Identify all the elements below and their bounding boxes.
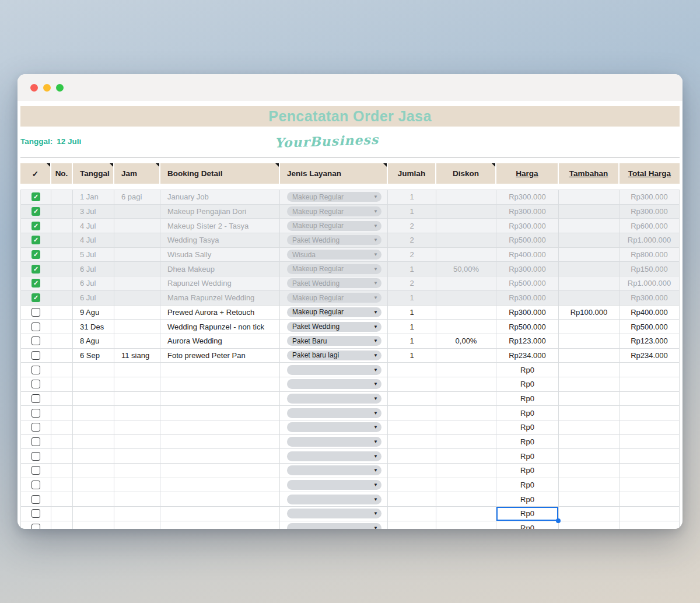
cell-harga[interactable]: Rp0: [496, 521, 559, 529]
cell-booking[interactable]: Makeup Pengajian Dori: [160, 205, 280, 219]
cell-tanggal[interactable]: [73, 377, 114, 391]
cell-tambahan[interactable]: Rp100.000: [559, 306, 620, 320]
date-value[interactable]: 12 Juli: [57, 137, 81, 146]
cell-no[interactable]: [51, 349, 73, 363]
cell-jam[interactable]: [114, 363, 160, 377]
cell-jenis[interactable]: Paket Wedding▼: [280, 320, 388, 334]
cell-total[interactable]: [620, 464, 680, 478]
cell-jumlah[interactable]: 1: [388, 262, 436, 276]
cell-tambahan[interactable]: [559, 435, 620, 449]
cell-jenis[interactable]: Makeup Regular▼: [280, 190, 388, 204]
cell-tanggal[interactable]: 1 Jan: [73, 190, 114, 204]
column-header-jam[interactable]: Jam: [114, 163, 160, 184]
cell-no[interactable]: [51, 478, 73, 492]
service-dropdown[interactable]: Paket Wedding▼: [287, 322, 382, 332]
cell-jumlah[interactable]: [388, 420, 436, 434]
cell-booking[interactable]: Wisuda Sally: [160, 248, 280, 262]
cell-diskon[interactable]: [436, 435, 496, 449]
row-checkbox[interactable]: ✓: [32, 207, 40, 216]
cell-booking[interactable]: [160, 478, 280, 492]
cell-no[interactable]: [51, 492, 73, 506]
cell-booking[interactable]: January Job: [160, 190, 280, 204]
cell-no[interactable]: [51, 334, 73, 348]
cell-tambahan[interactable]: [559, 248, 620, 262]
row-checkbox[interactable]: [32, 380, 40, 388]
cell-total[interactable]: [620, 449, 680, 463]
cell-tambahan[interactable]: [559, 507, 620, 521]
cell-jumlah[interactable]: [388, 492, 436, 506]
column-header-check[interactable]: ✓: [20, 163, 51, 184]
cell-check[interactable]: [20, 349, 51, 363]
row-checkbox[interactable]: [32, 509, 40, 518]
row-checkbox[interactable]: [32, 409, 40, 418]
cell-booking[interactable]: [160, 392, 280, 406]
cell-total[interactable]: Rp300.000: [620, 190, 680, 204]
cell-diskon[interactable]: [436, 478, 496, 492]
cell-jenis[interactable]: ▼: [280, 377, 388, 391]
cell-jumlah[interactable]: [388, 464, 436, 478]
row-checkbox[interactable]: [32, 366, 40, 374]
cell-jam[interactable]: [114, 464, 160, 478]
cell-check[interactable]: [20, 435, 51, 449]
column-header-harga[interactable]: Harga: [496, 163, 559, 184]
cell-jumlah[interactable]: [388, 507, 436, 521]
cell-no[interactable]: [51, 233, 73, 247]
service-dropdown[interactable]: ▼: [287, 480, 382, 490]
cell-jam[interactable]: [114, 406, 160, 420]
cell-tanggal[interactable]: 9 Agu: [73, 306, 114, 320]
service-dropdown[interactable]: ▼: [287, 465, 382, 475]
service-dropdown[interactable]: ▼: [287, 408, 382, 418]
cell-jumlah[interactable]: 1: [388, 334, 436, 348]
cell-jenis[interactable]: ▼: [280, 435, 388, 449]
cell-diskon[interactable]: [436, 521, 496, 529]
cell-jam[interactable]: [114, 233, 160, 247]
service-dropdown[interactable]: ▼: [287, 495, 382, 504]
cell-diskon[interactable]: [436, 306, 496, 320]
cell-jenis[interactable]: ▼: [280, 492, 388, 506]
cell-check[interactable]: [20, 420, 51, 434]
service-dropdown[interactable]: Makeup Regular▼: [287, 307, 382, 317]
cell-jumlah[interactable]: 2: [388, 248, 436, 262]
cell-jenis[interactable]: Makeup Regular▼: [280, 262, 388, 276]
cell-harga[interactable]: Rp500.000: [496, 233, 559, 247]
cell-check[interactable]: ✓: [20, 248, 51, 262]
cell-no[interactable]: [51, 507, 73, 521]
service-dropdown[interactable]: ▼: [287, 523, 382, 529]
cell-jam[interactable]: [114, 492, 160, 506]
cell-jenis[interactable]: ▼: [280, 363, 388, 377]
cell-jam[interactable]: [114, 449, 160, 463]
row-checkbox[interactable]: [32, 481, 40, 489]
service-dropdown[interactable]: ▼: [287, 365, 382, 375]
cell-check[interactable]: ✓: [20, 276, 51, 290]
cell-jumlah[interactable]: [388, 449, 436, 463]
cell-harga[interactable]: Rp400.000: [496, 248, 559, 262]
cell-harga[interactable]: Rp123.000: [496, 334, 559, 348]
cell-harga[interactable]: Rp300.000: [496, 205, 559, 219]
cell-jam[interactable]: [114, 377, 160, 391]
cell-tambahan[interactable]: [559, 464, 620, 478]
cell-total[interactable]: [620, 406, 680, 420]
cell-check[interactable]: ✓: [20, 233, 51, 247]
cell-harga[interactable]: Rp0: [496, 435, 559, 449]
cell-jenis[interactable]: ▼: [280, 406, 388, 420]
cell-diskon[interactable]: [436, 291, 496, 305]
column-header-total[interactable]: Total Harga: [620, 163, 680, 184]
cell-diskon[interactable]: [436, 233, 496, 247]
cell-check[interactable]: ✓: [20, 190, 51, 204]
cell-tanggal[interactable]: [73, 406, 114, 420]
cell-booking[interactable]: [160, 492, 280, 506]
service-dropdown[interactable]: Paket Baru▼: [287, 336, 382, 346]
cell-jumlah[interactable]: [388, 435, 436, 449]
cell-jumlah[interactable]: [388, 363, 436, 377]
cell-jenis[interactable]: ▼: [280, 478, 388, 492]
cell-total[interactable]: Rp300.000: [620, 291, 680, 305]
row-checkbox[interactable]: [32, 437, 40, 446]
cell-total[interactable]: [620, 420, 680, 434]
cell-harga[interactable]: Rp0: [496, 464, 559, 478]
cell-diskon[interactable]: [436, 420, 496, 434]
cell-jumlah[interactable]: [388, 521, 436, 529]
cell-no[interactable]: [51, 377, 73, 391]
cell-diskon[interactable]: [436, 320, 496, 334]
cell-diskon[interactable]: 0,00%: [436, 334, 496, 348]
cell-tambahan[interactable]: [559, 334, 620, 348]
